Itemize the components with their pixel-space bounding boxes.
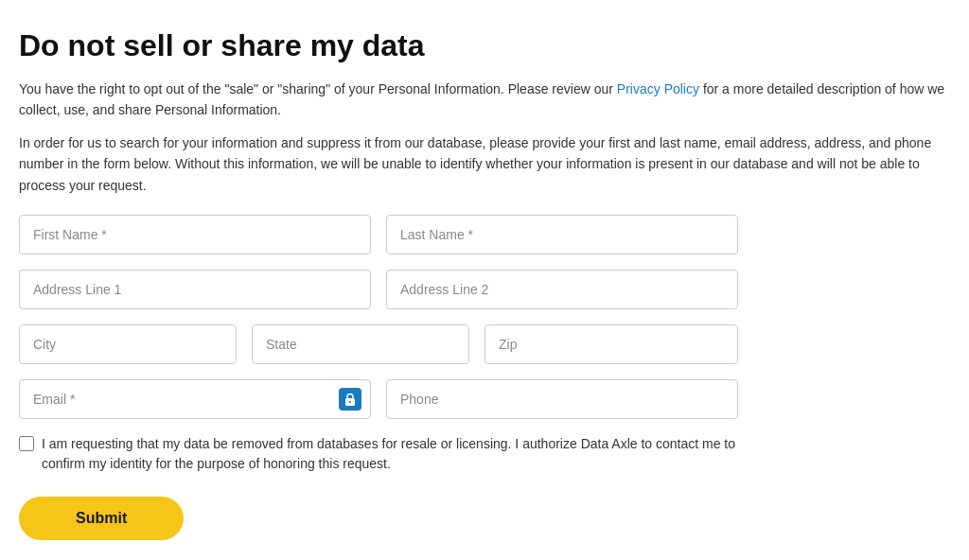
submit-button[interactable]: Submit [19,497,184,540]
first-name-field [19,215,371,254]
data-removal-checkbox[interactable] [19,436,34,451]
address1-input[interactable] [19,270,371,309]
page-title: Do not sell or share my data [19,28,950,63]
description-1-text: You have the right to opt out of the "sa… [19,81,613,96]
form-container: I am requesting that my data be removed … [19,215,738,540]
state-field [252,324,469,364]
address2-input[interactable] [386,270,738,309]
address2-field [386,270,738,309]
email-input[interactable] [19,379,371,419]
email-phone-row [19,379,738,419]
address1-field [19,270,371,309]
description-1: You have the right to opt out of the "sa… [19,79,946,121]
phone-field [386,379,738,419]
description-2: In order for us to search for your infor… [19,132,946,196]
phone-input[interactable] [386,379,738,419]
privacy-policy-link[interactable]: Privacy Policy [617,81,699,96]
city-input[interactable] [19,324,237,364]
address-row [19,270,738,309]
zip-input[interactable] [484,324,738,364]
last-name-field [386,215,738,254]
email-field [19,379,371,419]
state-input[interactable] [252,324,469,364]
last-name-input[interactable] [386,215,738,254]
city-state-zip-row [19,324,738,364]
name-row [19,215,738,254]
checkbox-row: I am requesting that my data be removed … [19,434,738,474]
checkbox-label[interactable]: I am requesting that my data be removed … [42,434,738,474]
zip-field [484,324,738,364]
first-name-input[interactable] [19,215,371,254]
city-field [19,324,237,364]
